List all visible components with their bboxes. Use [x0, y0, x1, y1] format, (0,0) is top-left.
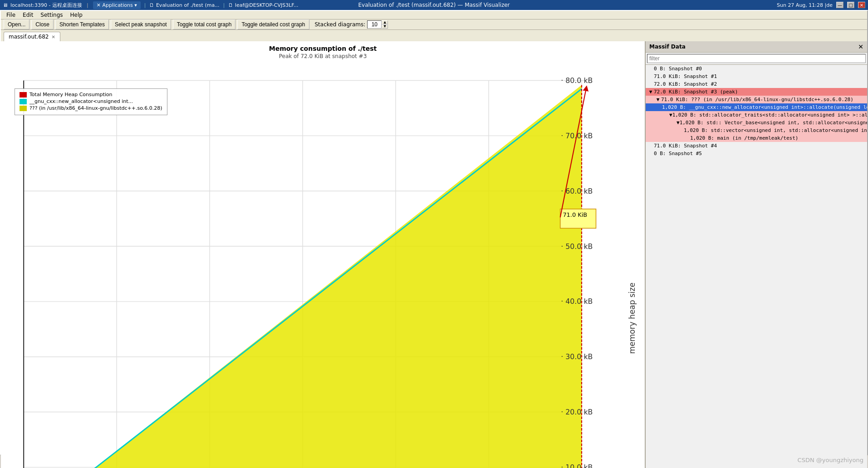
massif-tree: 0 B: Snapshot #071.0 KiB: Snapshot #172.…: [646, 65, 867, 468]
legend-label-2: ??? (in /usr/lib/x86_64-linux-gnu/libstd…: [29, 105, 162, 111]
massif-panel: Massif Data ✕ 0 B: Snapshot #071.0 KiB: …: [645, 41, 867, 468]
legend-item-2: ??? (in /usr/lib/x86_64-linux-gnu/libstd…: [20, 105, 162, 111]
tree-row[interactable]: ▼1,020 B: std:: Vector_base<unsigned int…: [646, 119, 867, 127]
legend-color-0: [20, 92, 27, 98]
titlebar-separator: |: [87, 2, 88, 8]
svg-text:memory heap size: memory heap size: [628, 283, 637, 354]
tree-row[interactable]: 0 B: Snapshot #5: [646, 150, 867, 157]
menu-settings[interactable]: Settings: [37, 11, 66, 19]
titlebar-title: localhost:3390 - 远程桌面连接: [10, 2, 82, 9]
filter-input[interactable]: [647, 54, 866, 63]
tree-label: 1,020 B: std::allocator_traits<std::allo…: [672, 112, 867, 118]
massif-panel-header: Massif Data ✕: [646, 41, 867, 53]
titlebar: 🖥 localhost:3390 - 远程桌面连接 | ✕ Applicatio…: [0, 0, 868, 10]
toolbar: Open... Close Shorten Templates Select p…: [1, 20, 867, 30]
legend-label-1: __gnu_cxx::new_allocator<unsigned int...: [29, 98, 133, 104]
tree-row[interactable]: ▼72.0 KiB: Snapshot #3 (peak): [646, 88, 867, 96]
tree-expand[interactable]: ▼: [655, 97, 661, 102]
tree-expand[interactable]: ▼: [677, 120, 680, 126]
svg-text:· 40.0 kB: · 40.0 kB: [561, 297, 593, 306]
tree-row[interactable]: 1,020 B: __gnu_cxx::new_allocator<unsign…: [646, 103, 867, 111]
tree-row[interactable]: 71.0 KiB: Snapshot #4: [646, 142, 867, 150]
legend-color-1: [20, 99, 27, 104]
titlebar-center-title: Evaluation of ./test (massif.out.682) — …: [358, 2, 510, 8]
select-peak-button[interactable]: Select peak snapshot: [111, 20, 171, 29]
menu-help[interactable]: Help: [67, 11, 86, 19]
stacked-spinbox[interactable]: ▲ ▼: [367, 20, 388, 29]
menu-file[interactable]: File: [3, 11, 19, 19]
tree-label: 1,020 B: std::vector<unsigned int, std::…: [684, 127, 867, 133]
legend-color-2: [20, 106, 27, 111]
svg-text:· 80.0 kB: · 80.0 kB: [561, 76, 593, 85]
main-content: Memory consumption of ./test Peak of 72.…: [1, 41, 867, 468]
chart-subtitle: Peak of 72.0 KiB at snapshot #3: [1, 53, 645, 59]
tree-label: 71.0 KiB: ??? (in /usr/lib/x86_64-linux-…: [661, 97, 853, 102]
chart-area: Memory consumption of ./test Peak of 72.…: [1, 41, 645, 468]
svg-text:· 50.0 kB: · 50.0 kB: [561, 242, 593, 251]
legend: Total Memory Heap Consumption __gnu_cxx:…: [15, 88, 167, 115]
tabs: massif.out.682 ✕: [1, 30, 867, 41]
toggle-detailed-button[interactable]: Toggle detailed cost graph: [237, 20, 309, 29]
tree-expand[interactable]: ▼: [669, 112, 672, 118]
tree-row[interactable]: 1,020 B: main (in /tmp/memleak/test): [646, 134, 867, 142]
svg-text:· 30.0 kB: · 30.0 kB: [561, 352, 593, 361]
legend-item-1: __gnu_cxx::new_allocator<unsigned int...: [20, 98, 162, 104]
tree-row[interactable]: 0 B: Snapshot #0: [646, 65, 867, 73]
svg-text:· 70.0 kB: · 70.0 kB: [561, 132, 593, 140]
spin-up[interactable]: ▲: [382, 20, 388, 24]
stacked-input[interactable]: [367, 20, 382, 29]
watermark: CSDN @youngzhiyong: [798, 457, 863, 463]
titlebar-tab2[interactable]: 🗋 leaf@DESKTOP-CVJS3LF...: [228, 2, 298, 8]
tree-label: 0 B: Snapshot #0: [654, 66, 702, 72]
chart-svg: 71.0 KiB · 80.0 kB · 70.0 kB · 6: [1, 61, 645, 468]
tree-label: 1,020 B: main (in /tmp/memleak/test): [690, 135, 798, 141]
svg-text:· 10.0 kB: · 10.0 kB: [561, 463, 593, 468]
tree-label: 1,020 B: std:: Vector_base<unsigned int,…: [680, 120, 867, 126]
titlebar-sep2: |: [144, 2, 146, 8]
stacked-label: Stacked diagrams:: [315, 21, 366, 28]
toggle-total-button[interactable]: Toggle total cost graph: [173, 20, 236, 29]
tree-row[interactable]: ▼71.0 KiB: ??? (in /usr/lib/x86_64-linux…: [646, 96, 867, 103]
tree-label: 72.0 KiB: Snapshot #3 (peak): [654, 89, 738, 95]
menu-edit[interactable]: Edit: [19, 11, 37, 19]
close-button[interactable]: ✕: [858, 2, 865, 8]
spin-arrows[interactable]: ▲ ▼: [382, 20, 388, 29]
tree-label: 1,020 B: __gnu_cxx::new_allocator<unsign…: [662, 104, 867, 110]
app-icon: 🖥: [3, 2, 8, 8]
massif-panel-title: Massif Data: [649, 44, 686, 50]
tree-label: 71.0 KiB: Snapshot #4: [654, 143, 717, 149]
tree-row[interactable]: 71.0 KiB: Snapshot #1: [646, 73, 867, 80]
chart-title: Memory consumption of ./test: [1, 41, 645, 53]
titlebar-left: 🖥 localhost:3390 - 远程桌面连接 | ✕ Applicatio…: [3, 1, 298, 9]
spin-down[interactable]: ▼: [382, 24, 388, 29]
tree-row[interactable]: ▼1,020 B: std::allocator_traits<std::all…: [646, 111, 867, 119]
minimize-button[interactable]: —: [836, 2, 843, 8]
tab-massif[interactable]: massif.out.682 ✕: [4, 32, 60, 41]
legend-item-0: Total Memory Heap Consumption: [20, 92, 162, 98]
tree-expand[interactable]: ▼: [647, 89, 654, 95]
tree-row[interactable]: 72.0 KiB: Snapshot #2: [646, 80, 867, 88]
tree-row[interactable]: 1,020 B: std::vector<unsigned int, std::…: [646, 127, 867, 134]
titlebar-tab1[interactable]: 🗋 Evaluation of ./test (ma...: [149, 2, 219, 8]
maximize-button[interactable]: □: [847, 2, 854, 8]
shorten-templates-button[interactable]: Shorten Templates: [55, 20, 109, 29]
svg-text:71.0 KiB: 71.0 KiB: [563, 211, 587, 218]
tab-label: massif.out.682: [9, 34, 49, 40]
close-button-toolbar[interactable]: Close: [31, 20, 54, 29]
menubar: File Edit Settings Help: [1, 11, 867, 20]
tree-label: 72.0 KiB: Snapshot #2: [654, 81, 717, 87]
tree-label: 0 B: Snapshot #5: [654, 151, 702, 156]
svg-text:· 60.0 kB: · 60.0 kB: [561, 187, 593, 195]
titlebar-datetime: Sun 27 Aug, 11:28 |de: [777, 2, 833, 8]
tab-close[interactable]: ✕: [51, 34, 55, 39]
massif-panel-close[interactable]: ✕: [858, 43, 863, 50]
open-button[interactable]: Open...: [4, 20, 29, 29]
tree-label: 71.0 KiB: Snapshot #1: [654, 73, 717, 79]
svg-text:· 20.0 kB: · 20.0 kB: [561, 408, 593, 416]
legend-label-0: Total Memory Heap Consumption: [29, 92, 113, 98]
titlebar-app1[interactable]: ✕ Applications ▾: [93, 1, 141, 9]
titlebar-sep3: |: [223, 2, 225, 8]
massif-filter[interactable]: [646, 53, 867, 65]
titlebar-right: Sun 27 Aug, 11:28 |de — □ ✕: [777, 2, 865, 8]
